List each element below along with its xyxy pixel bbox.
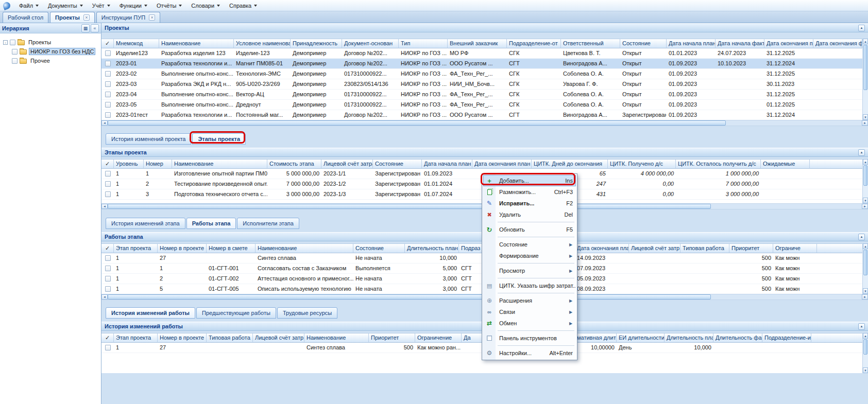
column-header[interactable]: Дата окончания ф xyxy=(813,39,862,48)
column-header[interactable]: Номер в смете xyxy=(207,244,256,253)
scroll-up-icon[interactable]: ▲ xyxy=(863,333,868,339)
column-header[interactable]: Длительность фак xyxy=(713,333,762,343)
scrollbar-thumb[interactable] xyxy=(863,339,867,355)
table-row[interactable]: Изделие123Разработка изделия 123Изделие-… xyxy=(101,48,862,59)
menu-item[interactable]: Просмотр▶ xyxy=(483,265,576,276)
subtab[interactable]: Работы этапа xyxy=(186,218,236,229)
scrollbar-track[interactable] xyxy=(863,339,868,367)
table-row[interactable]: 2023-01тестРазработка технологии и...Пос… xyxy=(101,110,862,120)
table-row[interactable]: 2023-02Выполнение опытно-конс...Технолог… xyxy=(101,69,862,79)
column-header[interactable]: Принадлежность xyxy=(291,39,342,48)
menubar-item[interactable]: Справка xyxy=(225,1,262,10)
column-header[interactable]: Типовая работа xyxy=(207,333,253,343)
menu-item[interactable]: Размножить...Ctrl+F3 xyxy=(483,186,576,198)
collapse-panel-icon[interactable]: ▴ xyxy=(858,323,865,330)
row-select-cell[interactable] xyxy=(101,79,114,89)
scroll-left-icon[interactable]: ◄ xyxy=(101,294,108,300)
scrollbar-thumb[interactable] xyxy=(863,165,867,186)
collapse-panel-icon[interactable]: ▴ xyxy=(858,25,865,31)
row-select-cell[interactable] xyxy=(101,90,114,99)
row-checkbox[interactable] xyxy=(105,255,111,261)
scroll-left-icon[interactable]: ◄ xyxy=(101,120,108,126)
column-header[interactable]: Наименование xyxy=(256,244,353,253)
menu-item[interactable]: ⊕Расширения▶ xyxy=(483,295,576,306)
column-header[interactable]: Ответственный xyxy=(561,39,620,48)
row-select-cell[interactable] xyxy=(101,274,114,284)
row-checkbox[interactable] xyxy=(105,345,111,350)
scrollbar-track[interactable] xyxy=(863,165,868,198)
row-select-cell[interactable] xyxy=(101,264,114,273)
menu-item[interactable]: +Добавить...Ins xyxy=(483,175,576,186)
row-select-cell[interactable] xyxy=(101,100,114,110)
column-header[interactable]: Подразделение-ис xyxy=(762,333,811,343)
menubar-item[interactable]: Файл xyxy=(14,1,43,10)
tree-checkbox[interactable] xyxy=(12,49,18,55)
column-header[interactable]: Ограниче xyxy=(773,244,817,253)
column-header[interactable]: Дата окончания пл xyxy=(764,39,813,48)
menu-item[interactable]: ↻ОбновитьF5 xyxy=(483,224,576,235)
row-checkbox[interactable] xyxy=(105,102,111,108)
window-tab[interactable]: Проекты× xyxy=(50,12,95,23)
table-row[interactable]: 2023-01Разработка технологии и...Магнит … xyxy=(101,59,862,69)
tree-node[interactable]: НИОКР по ГОЗ без НДС xyxy=(2,47,99,56)
menu-item[interactable]: Формирование▶ xyxy=(483,250,576,261)
column-header[interactable]: Приоритет xyxy=(369,333,415,343)
menu-item[interactable]: Состояние▶ xyxy=(483,239,576,250)
column-header[interactable]: Наименование xyxy=(172,160,267,169)
column-header[interactable]: ЕИ длительности xyxy=(617,333,665,343)
tree-checkbox[interactable] xyxy=(12,58,18,64)
scroll-down-icon[interactable]: ▼ xyxy=(863,367,868,373)
vertical-scrollbar[interactable]: ▲▼ xyxy=(862,333,868,373)
column-header[interactable]: Дата начала план xyxy=(667,39,716,48)
row-select-cell[interactable] xyxy=(101,59,114,68)
scroll-right-icon[interactable]: ► xyxy=(862,204,868,209)
select-all-header[interactable]: ✓ xyxy=(101,244,114,253)
menu-item[interactable]: ∞Связи▶ xyxy=(483,306,576,318)
row-checkbox[interactable] xyxy=(105,81,111,87)
select-all-header[interactable]: ✓ xyxy=(101,160,114,169)
menu-item[interactable]: ▤ЦИТК. Указать шифр затрат... xyxy=(483,280,576,291)
row-select-cell[interactable] xyxy=(101,179,114,189)
column-header[interactable]: Внешний заказчик xyxy=(448,39,507,48)
column-header[interactable]: Лицевой счёт затр xyxy=(629,244,680,253)
table-row[interactable]: 2023-05Выполнение опытно-конс...Дредноут… xyxy=(101,100,862,110)
scrollbar-thumb[interactable] xyxy=(108,294,711,300)
collapse-panel-icon[interactable]: ▴ xyxy=(858,234,865,240)
scrollbar-thumb[interactable] xyxy=(108,204,711,209)
column-header[interactable]: Номер в проекте xyxy=(158,333,207,343)
select-all-header[interactable]: ✓ xyxy=(101,333,114,343)
row-select-cell[interactable] xyxy=(101,110,114,120)
column-header[interactable]: Номер xyxy=(144,160,172,169)
column-header[interactable]: Документ-основан xyxy=(342,39,399,48)
column-header[interactable]: Уровень xyxy=(114,160,144,169)
row-checkbox[interactable] xyxy=(105,276,111,282)
column-header[interactable]: Ожидаемые xyxy=(761,160,810,169)
row-checkbox[interactable] xyxy=(105,286,111,292)
row-select-cell[interactable] xyxy=(101,69,114,79)
column-header[interactable]: Состояние xyxy=(353,244,405,253)
tree-node[interactable]: -Проекты xyxy=(2,38,99,47)
scroll-down-icon[interactable]: ▼ xyxy=(863,114,868,120)
menu-item[interactable]: ⚙Настройки...Alt+Enter xyxy=(483,347,576,359)
column-header[interactable]: Дата окончания план xyxy=(575,244,629,253)
scrollbar-track[interactable] xyxy=(108,120,862,126)
scroll-right-icon[interactable]: ► xyxy=(862,120,868,126)
close-tab-icon[interactable]: × xyxy=(149,14,155,21)
row-select-cell[interactable] xyxy=(101,253,114,263)
menu-item[interactable]: ⇄Обмен▶ xyxy=(483,318,576,329)
menubar-item[interactable]: Функции xyxy=(115,1,152,10)
window-tab[interactable]: Рабочий стол xyxy=(3,12,48,23)
scrollbar-thumb[interactable] xyxy=(863,45,867,90)
column-header[interactable]: Лицевой счёт затрат xyxy=(321,160,373,169)
select-all-header[interactable]: ✓ xyxy=(101,39,114,48)
tree-node[interactable]: Прочее xyxy=(2,56,99,65)
column-header[interactable]: Состояние xyxy=(373,160,422,169)
row-checkbox[interactable] xyxy=(105,181,111,187)
column-header[interactable]: Наименование xyxy=(304,333,369,343)
vertical-scrollbar[interactable]: ▲▼ xyxy=(862,243,868,294)
scroll-up-icon[interactable]: ▲ xyxy=(863,159,868,165)
menubar-item[interactable]: Учёт xyxy=(88,1,115,10)
row-checkbox[interactable] xyxy=(105,191,111,197)
scrollbar-track[interactable] xyxy=(863,249,868,288)
scroll-right-icon[interactable]: ► xyxy=(862,294,868,300)
